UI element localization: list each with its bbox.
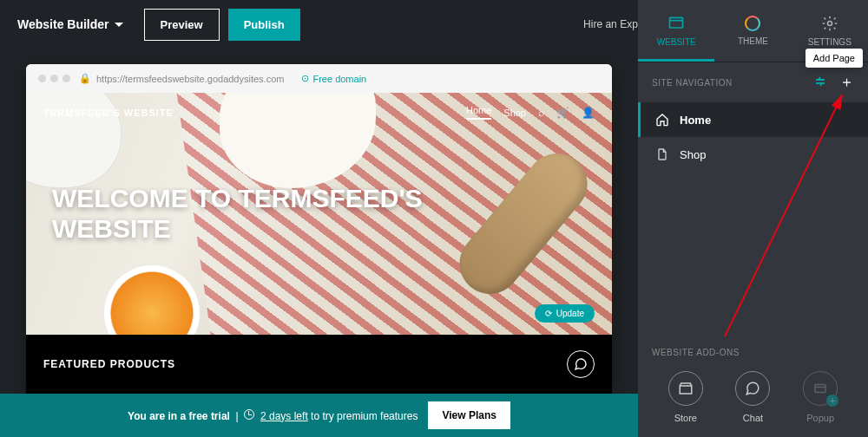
svg-point-2 bbox=[827, 22, 832, 26]
url-text: https://termsfeedswebsite.godaddysites.c… bbox=[96, 74, 284, 84]
trial-days-link[interactable]: 2 days left bbox=[260, 410, 308, 422]
trial-rest: to try premium features bbox=[308, 410, 418, 422]
addon-chat[interactable]: Chat bbox=[735, 371, 770, 423]
addon-popup[interactable]: + Popup bbox=[803, 371, 838, 423]
browser-bar: 🔒 https://termsfeedswebsite.godaddysites… bbox=[26, 64, 612, 93]
site-preview: 🔒 https://termsfeedswebsite.godaddysites… bbox=[26, 64, 612, 394]
add-page-icon[interactable]: ＋ bbox=[839, 75, 855, 90]
tab-website-label: WEBSITE bbox=[657, 37, 696, 47]
store-icon bbox=[668, 371, 703, 406]
publish-button[interactable]: Publish bbox=[228, 9, 300, 41]
svg-rect-1 bbox=[670, 17, 683, 28]
addon-chat-label: Chat bbox=[743, 413, 763, 423]
preview-nav-shop[interactable]: Shop bbox=[503, 108, 526, 118]
update-label: Update bbox=[556, 309, 584, 318]
preview-site-title: TERMSFEED'S WEBSITE bbox=[43, 108, 174, 118]
tag-icon: ⊙ bbox=[301, 73, 309, 84]
home-icon bbox=[655, 113, 669, 127]
site-navigation-heading: SITE NAVIGATION bbox=[652, 78, 733, 88]
document-icon bbox=[655, 147, 669, 161]
page-home-label: Home bbox=[680, 114, 711, 127]
right-panel: WEBSITE THEME SETTINGS Add Page SITE NAV… bbox=[638, 0, 868, 437]
plus-badge-icon: + bbox=[826, 395, 838, 407]
clock-icon bbox=[244, 409, 254, 420]
addon-store-label: Store bbox=[674, 413, 697, 423]
tab-theme-label: THEME bbox=[738, 36, 768, 46]
tab-settings-label: SETTINGS bbox=[808, 37, 852, 47]
chevron-down-icon bbox=[115, 23, 123, 27]
page-shop-label: Shop bbox=[680, 148, 706, 161]
trial-banner: You are in a free trial | 2 days left to… bbox=[0, 394, 638, 437]
featured-section[interactable]: FEATURED PRODUCTS bbox=[26, 335, 612, 394]
svg-rect-3 bbox=[815, 385, 825, 393]
refresh-icon: ⟳ bbox=[545, 309, 552, 318]
featured-title: FEATURED PRODUCTS bbox=[43, 358, 175, 370]
tab-website[interactable]: WEBSITE bbox=[638, 15, 714, 47]
brand-dropdown[interactable]: Website Builder bbox=[17, 17, 123, 31]
tab-settings[interactable]: SETTINGS bbox=[792, 15, 868, 47]
trial-bold: You are in a free trial bbox=[128, 410, 230, 422]
free-domain-label: Free domain bbox=[312, 74, 366, 84]
preview-button[interactable]: Preview bbox=[144, 9, 220, 41]
user-icon[interactable]: 👤 bbox=[582, 107, 595, 119]
tab-theme[interactable]: THEME bbox=[714, 16, 791, 46]
search-icon[interactable]: ⌕ bbox=[538, 107, 544, 119]
hero-line1: WELCOME TO TERMSFEED'S bbox=[52, 184, 586, 214]
cart-icon[interactable]: 🛒 bbox=[556, 107, 569, 119]
page-item-home[interactable]: Home bbox=[638, 102, 868, 137]
addon-popup-label: Popup bbox=[806, 413, 834, 423]
page-item-shop[interactable]: Shop bbox=[638, 137, 868, 172]
view-plans-button[interactable]: View Plans bbox=[428, 401, 510, 429]
hero-decor-egg bbox=[104, 265, 200, 335]
update-button[interactable]: ⟳ Update bbox=[535, 304, 595, 323]
traffic-lights bbox=[38, 75, 70, 82]
free-domain-link[interactable]: ⊙ Free domain bbox=[301, 73, 366, 84]
palette-icon bbox=[745, 16, 760, 31]
popup-icon: + bbox=[803, 371, 838, 406]
lock-icon: 🔒 bbox=[79, 73, 91, 84]
hero-line2: WEBSITE bbox=[52, 214, 586, 245]
addon-store[interactable]: Store bbox=[668, 371, 703, 423]
brand-label: Website Builder bbox=[17, 17, 109, 31]
reorder-icon[interactable] bbox=[813, 75, 827, 90]
chat-icon bbox=[735, 371, 770, 406]
preview-nav-home[interactable]: Home bbox=[466, 105, 491, 120]
addons-heading: WEBSITE ADD-ONS bbox=[652, 348, 854, 357]
add-page-tooltip: Add Page bbox=[806, 49, 863, 68]
chat-bubble-icon[interactable] bbox=[567, 350, 595, 378]
